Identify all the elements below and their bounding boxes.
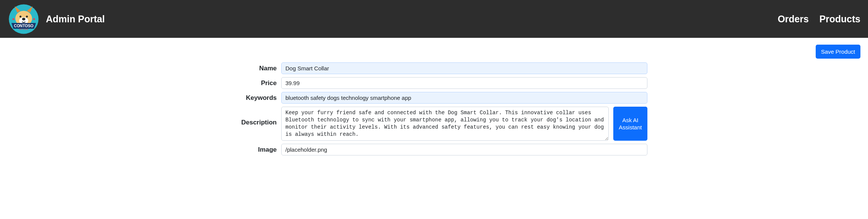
- keywords-label: Keywords: [221, 94, 281, 102]
- svg-point-4: [19, 16, 21, 17]
- form-row-keywords: Keywords: [221, 92, 647, 104]
- nav: Orders Products: [778, 14, 860, 25]
- svg-point-5: [26, 16, 28, 17]
- ask-ai-assistant-button[interactable]: Ask AI Assistant: [613, 107, 647, 141]
- price-label: Price: [221, 79, 281, 87]
- contoso-logo: CONTOSO PET STORE: [8, 3, 40, 35]
- nav-products[interactable]: Products: [819, 14, 860, 25]
- name-label: Name: [221, 65, 281, 72]
- form-row-image: Image: [221, 144, 647, 155]
- svg-point-8: [13, 18, 14, 20]
- svg-point-3: [22, 18, 25, 20]
- image-label: Image: [221, 146, 281, 154]
- description-textarea[interactable]: [281, 107, 609, 141]
- form-row-price: Price: [221, 77, 647, 89]
- form-row-name: Name: [221, 62, 647, 74]
- header-left: CONTOSO PET STORE Admin Portal: [8, 3, 105, 35]
- nav-orders[interactable]: Orders: [778, 14, 809, 25]
- svg-text:PET STORE: PET STORE: [19, 28, 28, 30]
- form-row-description: Description Ask AI Assistant: [221, 107, 647, 141]
- name-input[interactable]: [281, 62, 647, 74]
- action-bar: Save Product: [0, 38, 868, 59]
- description-label: Description: [221, 107, 281, 126]
- header: CONTOSO PET STORE Admin Portal Orders Pr…: [0, 0, 868, 38]
- price-input[interactable]: [281, 77, 647, 89]
- svg-text:CONTOSO: CONTOSO: [14, 23, 33, 28]
- product-form: Name Price Keywords Description Ask AI A…: [213, 62, 655, 155]
- portal-title: Admin Portal: [46, 14, 105, 25]
- keywords-input[interactable]: [281, 92, 647, 104]
- svg-point-9: [33, 18, 35, 20]
- save-product-button[interactable]: Save Product: [816, 45, 860, 59]
- image-input[interactable]: [281, 144, 647, 155]
